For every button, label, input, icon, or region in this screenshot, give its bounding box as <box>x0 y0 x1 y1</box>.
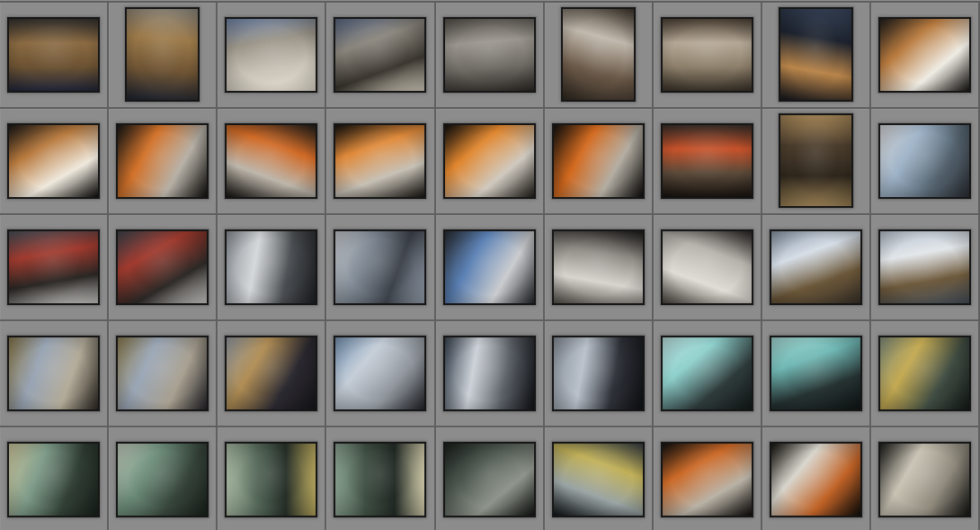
photo-thumbnail[interactable] <box>661 442 753 517</box>
grid-cell <box>545 427 654 530</box>
grid-cell <box>0 3 109 109</box>
grid-cell <box>0 321 109 427</box>
photo-thumbnail[interactable] <box>552 442 645 517</box>
photo-thumbnail[interactable] <box>443 336 536 411</box>
grid-cell <box>871 109 980 215</box>
grid-cell <box>545 321 654 427</box>
grid-cell <box>436 109 545 215</box>
photo-thumbnail[interactable] <box>7 442 100 517</box>
photo-thumbnail[interactable] <box>878 17 971 93</box>
grid-cell <box>218 321 326 427</box>
photo-thumbnail[interactable] <box>661 229 753 305</box>
photo-thumbnail[interactable] <box>7 336 100 411</box>
grid-cell <box>545 3 654 109</box>
grid-cell <box>326 3 435 109</box>
grid-cell <box>654 215 762 321</box>
grid-cell <box>0 427 109 530</box>
grid-cell <box>326 321 435 427</box>
photo-thumbnail[interactable] <box>661 336 753 411</box>
photo-thumbnail[interactable] <box>116 442 209 517</box>
photo-thumbnail[interactable] <box>334 17 426 93</box>
photo-thumbnail[interactable] <box>552 229 645 305</box>
grid-cell <box>326 215 435 321</box>
photo-thumbnail[interactable] <box>561 7 636 102</box>
grid-cell <box>654 109 762 215</box>
grid-cell <box>762 321 871 427</box>
photo-thumbnail[interactable] <box>116 123 209 199</box>
grid-cell <box>545 109 654 215</box>
photo-thumbnail[interactable] <box>7 123 100 199</box>
grid-cell <box>109 427 218 530</box>
photo-thumbnail[interactable] <box>225 229 317 305</box>
grid-cell <box>109 3 218 109</box>
grid-cell <box>109 321 218 427</box>
grid-cell <box>0 215 109 321</box>
grid-cell <box>654 427 762 530</box>
photo-thumbnail[interactable] <box>443 17 536 93</box>
grid-cell <box>218 109 326 215</box>
grid-cell <box>762 3 871 109</box>
photo-thumbnail[interactable] <box>878 229 971 305</box>
photo-thumbnail[interactable] <box>116 229 209 305</box>
photo-thumbnail[interactable] <box>334 123 426 199</box>
photo-thumbnail[interactable] <box>878 442 971 517</box>
grid-cell <box>436 3 545 109</box>
grid-cell <box>871 215 980 321</box>
photo-thumbnail[interactable] <box>661 123 753 199</box>
grid-cell <box>109 215 218 321</box>
thumbnail-grid <box>0 1 980 530</box>
photo-thumbnail[interactable] <box>878 123 971 199</box>
photo-thumbnail[interactable] <box>334 442 426 517</box>
grid-cell <box>436 427 545 530</box>
photo-thumbnail[interactable] <box>552 123 645 199</box>
grid-cell <box>654 3 762 109</box>
grid-cell <box>545 215 654 321</box>
grid-cell <box>762 427 871 530</box>
photo-thumbnail[interactable] <box>552 336 645 411</box>
photo-thumbnail[interactable] <box>7 229 100 305</box>
photo-thumbnail[interactable] <box>7 17 100 93</box>
grid-cell <box>871 427 980 530</box>
photo-thumbnail[interactable] <box>225 123 317 199</box>
grid-cell <box>326 427 435 530</box>
grid-cell <box>871 3 980 109</box>
photo-thumbnail[interactable] <box>779 7 853 102</box>
photo-thumbnail[interactable] <box>779 113 853 208</box>
grid-cell <box>109 109 218 215</box>
grid-cell <box>654 321 762 427</box>
grid-cell <box>871 321 980 427</box>
photo-thumbnail[interactable] <box>116 336 209 411</box>
photo-thumbnail[interactable] <box>334 229 426 305</box>
grid-cell <box>0 109 109 215</box>
photo-thumbnail[interactable] <box>770 336 862 411</box>
grid-cell <box>762 215 871 321</box>
photo-grid-view <box>0 0 980 530</box>
grid-cell <box>218 427 326 530</box>
photo-thumbnail[interactable] <box>225 442 317 517</box>
grid-cell <box>762 109 871 215</box>
grid-cell <box>436 321 545 427</box>
grid-cell <box>218 215 326 321</box>
grid-cell <box>436 215 545 321</box>
photo-thumbnail[interactable] <box>770 442 862 517</box>
photo-thumbnail[interactable] <box>443 229 536 305</box>
photo-thumbnail[interactable] <box>878 336 971 411</box>
photo-thumbnail[interactable] <box>225 336 317 411</box>
photo-thumbnail[interactable] <box>443 123 536 199</box>
photo-thumbnail[interactable] <box>334 336 426 411</box>
photo-thumbnail[interactable] <box>225 17 317 93</box>
photo-thumbnail[interactable] <box>770 229 862 305</box>
grid-cell <box>326 109 435 215</box>
grid-cell <box>218 3 326 109</box>
photo-thumbnail[interactable] <box>661 17 753 93</box>
photo-thumbnail[interactable] <box>443 442 536 517</box>
photo-thumbnail[interactable] <box>125 7 200 102</box>
